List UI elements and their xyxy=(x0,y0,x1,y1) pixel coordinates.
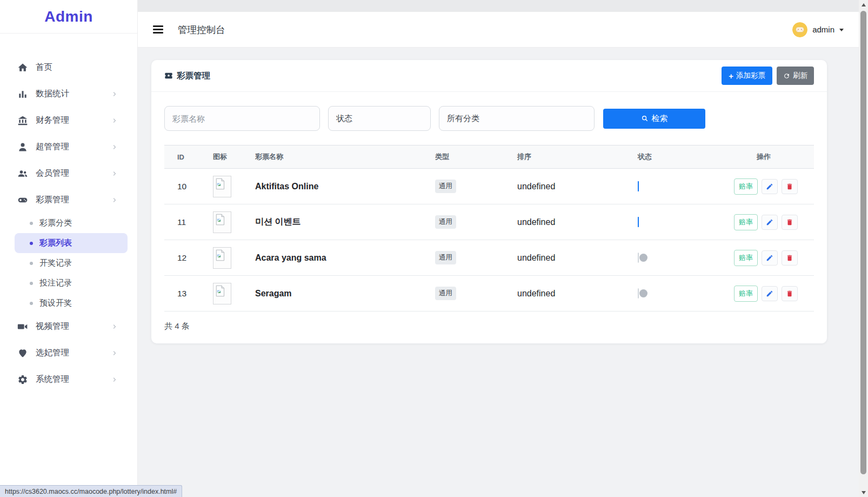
chevron-right-icon xyxy=(111,350,118,356)
chevron-right-icon xyxy=(111,170,118,177)
scrollbar-up-arrow[interactable] xyxy=(859,0,868,9)
delete-button[interactable] xyxy=(782,250,798,266)
chevron-right-icon xyxy=(111,91,118,97)
lottery-table: ID 图标 彩票名称 类型 排序 状态 操作 10 Aktifitas Onli… xyxy=(164,145,814,312)
sidebar-item-concubine[interactable]: 选妃管理 xyxy=(0,340,137,366)
status-select[interactable]: 状态 xyxy=(328,106,431,131)
status-toggle[interactable] xyxy=(638,217,639,227)
chevron-right-icon xyxy=(111,323,118,330)
edit-button[interactable] xyxy=(762,179,778,194)
bullet-icon xyxy=(30,282,33,285)
trash-icon xyxy=(786,290,793,297)
link-status-bubble: https://cs3620.maocs.cc/maocode.php/lott… xyxy=(0,485,182,497)
submenu-item-preset-draw[interactable]: 预设开奖 xyxy=(15,293,128,313)
edit-button[interactable] xyxy=(762,286,778,301)
sidebar-item-home[interactable]: 首页 xyxy=(0,54,137,81)
table-header-row: ID 图标 彩票名称 类型 排序 状态 操作 xyxy=(164,145,814,169)
user-icon xyxy=(17,142,28,153)
broken-image-icon xyxy=(213,176,231,197)
trash-icon xyxy=(786,254,793,262)
sidebar-menu: 首页 数据统计 财务管理 超管管理 xyxy=(0,34,137,393)
search-icon xyxy=(641,115,649,122)
type-badge: 通用 xyxy=(435,180,456,193)
user-menu[interactable]: admin xyxy=(792,22,844,37)
heart-icon xyxy=(17,348,28,359)
edit-button[interactable] xyxy=(762,215,778,230)
pencil-icon xyxy=(766,183,773,190)
scrollbar-down-arrow[interactable] xyxy=(859,488,868,497)
broken-image-icon xyxy=(213,211,231,233)
broken-image-icon xyxy=(213,247,231,269)
chevron-right-icon xyxy=(111,144,118,150)
type-badge: 通用 xyxy=(435,287,456,300)
table-row: 10 Aktifitas Online 通用 undefined 赔率 xyxy=(164,169,814,204)
table-row: 13 Seragam 通用 undefined 赔率 xyxy=(164,276,814,312)
sidebar-item-stats[interactable]: 数据统计 xyxy=(0,81,137,107)
chevron-right-icon xyxy=(111,376,118,383)
bank-icon xyxy=(17,115,28,126)
lottery-name-input[interactable] xyxy=(164,106,320,131)
bullet-icon xyxy=(30,222,33,225)
sidebar-item-lottery[interactable]: 彩票管理 xyxy=(0,187,137,213)
status-toggle[interactable] xyxy=(638,288,639,299)
submenu-item-draw-records[interactable]: 开奖记录 xyxy=(15,253,128,273)
odds-button[interactable]: 赔率 xyxy=(734,178,758,195)
filter-bar: 状态 所有分类 检索 xyxy=(151,92,827,131)
vertical-scrollbar[interactable] xyxy=(859,0,868,497)
lottery-submenu: 彩票分类 彩票列表 开奖记录 投注记录 预设开奖 xyxy=(0,213,137,313)
search-button[interactable]: 检索 xyxy=(603,109,705,129)
sidebar-item-label: 数据统计 xyxy=(36,88,69,100)
top-gray-strip xyxy=(138,0,859,12)
scrollbar-thumb[interactable] xyxy=(860,11,866,474)
odds-button[interactable]: 赔率 xyxy=(734,286,758,302)
bullet-icon xyxy=(30,302,33,305)
trash-icon xyxy=(786,183,793,190)
gamepad-icon xyxy=(17,195,28,206)
gear-icon xyxy=(17,374,28,385)
sidebar-item-label: 首页 xyxy=(36,62,52,73)
menu-toggle-icon[interactable] xyxy=(153,25,163,33)
sidebar-item-video[interactable]: 视频管理 xyxy=(0,313,137,340)
sidebar-item-superadmin[interactable]: 超管管理 xyxy=(0,134,137,160)
lottery-panel: 彩票管理 + 添加彩票 刷新 状态 所有分类 检索 xyxy=(151,60,827,343)
sidebar-item-finance[interactable]: 财务管理 xyxy=(0,107,137,134)
topbar: 管理控制台 admin xyxy=(138,12,859,48)
submenu-item-lottery-list[interactable]: 彩票列表 xyxy=(15,233,128,253)
table-row: 11 미션 이벤트 通用 undefined 赔率 xyxy=(164,204,814,240)
sidebar-item-label: 彩票管理 xyxy=(36,194,69,206)
sidebar-item-label: 财务管理 xyxy=(36,115,69,126)
chevron-right-icon xyxy=(111,117,118,124)
sidebar: Admin 首页 数据统计 财务管理 xyxy=(0,0,138,497)
refresh-button[interactable]: 刷新 xyxy=(777,67,814,85)
status-toggle[interactable] xyxy=(638,253,639,263)
add-lottery-button[interactable]: + 添加彩票 xyxy=(722,67,772,85)
users-icon xyxy=(17,168,28,179)
delete-button[interactable] xyxy=(782,286,798,301)
bar-chart-icon xyxy=(17,89,28,100)
category-select[interactable]: 所有分类 xyxy=(439,106,595,131)
main-area: 管理控制台 admin 彩票管理 + 添加彩票 刷新 xyxy=(138,0,859,497)
bullet-icon xyxy=(30,262,33,265)
app-logo[interactable]: Admin xyxy=(0,0,137,34)
user-avatar xyxy=(792,22,807,37)
delete-button[interactable] xyxy=(782,179,798,194)
type-badge: 通用 xyxy=(435,215,456,229)
odds-button[interactable]: 赔率 xyxy=(734,250,758,266)
sidebar-item-label: 选妃管理 xyxy=(36,347,69,359)
sidebar-item-label: 系统管理 xyxy=(36,374,69,385)
submenu-item-lottery-category[interactable]: 彩票分类 xyxy=(15,213,128,233)
panel-header: 彩票管理 + 添加彩票 刷新 xyxy=(151,60,827,92)
sidebar-item-members[interactable]: 会员管理 xyxy=(0,160,137,187)
delete-button[interactable] xyxy=(782,215,798,230)
submenu-item-bet-records[interactable]: 投注记录 xyxy=(15,273,128,293)
odds-button[interactable]: 赔率 xyxy=(734,214,758,230)
sidebar-item-system[interactable]: 系统管理 xyxy=(0,366,137,393)
total-count-label: 共 4 条 xyxy=(151,312,827,334)
edit-button[interactable] xyxy=(762,250,778,266)
status-toggle[interactable] xyxy=(638,181,639,191)
caret-down-icon xyxy=(839,29,844,31)
pencil-icon xyxy=(766,290,773,297)
pencil-icon xyxy=(766,254,773,262)
pencil-icon xyxy=(766,218,773,226)
sidebar-item-label: 视频管理 xyxy=(36,321,69,332)
